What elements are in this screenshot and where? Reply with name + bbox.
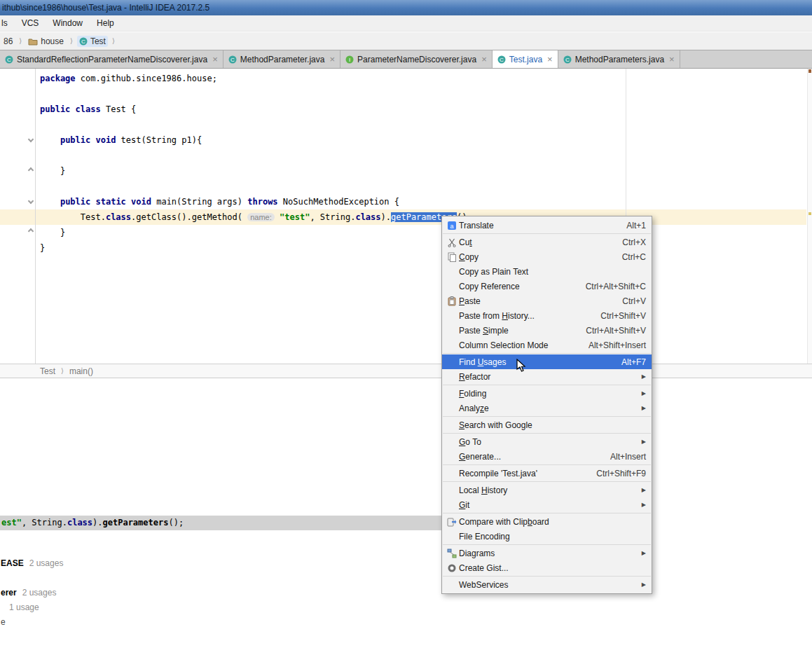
menu-item-copy-as-plain-text[interactable]: Copy as Plain Text — [442, 264, 652, 279]
menu-item-go-to[interactable]: Go To▶ — [442, 434, 652, 449]
menu-window[interactable]: Window — [46, 15, 90, 31]
usage-code-segment[interactable]: ). — [92, 518, 102, 527]
menu-item-copy-reference[interactable]: Copy ReferenceCtrl+Alt+Shift+C — [442, 279, 652, 294]
code-segment[interactable]: class — [106, 212, 131, 222]
code-line[interactable]: } — [40, 240, 472, 256]
tab-standardreflectionparameternamediscoverer-java[interactable]: CStandardReflectionParameterNameDiscover… — [0, 50, 223, 68]
menu-vcs[interactable]: VCS — [15, 15, 46, 31]
code-segment[interactable]: NoSuchMethodException { — [278, 197, 399, 207]
editor-breadcrumb-item-test[interactable]: Test — [40, 366, 55, 376]
menu-item-refactor[interactable]: Refactor▶ — [442, 369, 652, 384]
error-stripe-mark[interactable] — [808, 69, 811, 73]
code-line[interactable]: public void test(String p1){ — [40, 132, 472, 148]
title-bar[interactable]: ithub\since1986\house\Test.java - Intell… — [0, 0, 812, 15]
parameter-name-hint[interactable]: name: — [247, 213, 275, 221]
tab-methodparameter-java[interactable]: CMethodParameter.java× — [223, 50, 340, 68]
code-segment[interactable]: } — [40, 166, 65, 176]
error-stripe[interactable] — [807, 69, 812, 364]
menu-item-recompile-test-java[interactable]: Recompile 'Test.java'Ctrl+Shift+F9 — [442, 466, 652, 481]
menu-item-copy[interactable]: CopyCtrl+C — [442, 249, 652, 264]
menu-help[interactable]: Help — [90, 15, 121, 31]
menu-item-column-selection-mode[interactable]: Column Selection ModeAlt+Shift+Insert — [442, 338, 652, 352]
code-line[interactable] — [40, 148, 472, 163]
usage-tree-item[interactable]: erer2 usages — [1, 588, 56, 598]
code-segment[interactable]: throws — [247, 197, 277, 207]
menu-item-analyze[interactable]: Analyze▶ — [442, 401, 652, 415]
tab-methodparameters-java[interactable]: CMethodParameters.java× — [558, 50, 680, 68]
close-tab-icon[interactable]: × — [547, 55, 553, 64]
menu-item-file-encoding[interactable]: File Encoding — [442, 529, 652, 544]
code-segment[interactable]: } — [40, 228, 65, 237]
code-line[interactable] — [40, 179, 472, 194]
menu-item-compare-with-clipboard[interactable]: Compare with Clipboard — [442, 514, 652, 529]
code-segment[interactable] — [275, 212, 280, 222]
code-segment[interactable]: com.github.since1986.house; — [76, 74, 217, 83]
menu-item-create-gist[interactable]: Create Gist... — [442, 560, 652, 575]
usage-code-segment[interactable]: class — [67, 518, 92, 527]
tab-parameternamediscoverer-java[interactable]: IParameterNameDiscoverer.java× — [340, 50, 493, 68]
usage-code-segment[interactable]: (); — [168, 518, 184, 527]
usage-tree-item[interactable]: 1 usage — [9, 602, 39, 612]
code-segment[interactable]: } — [40, 243, 45, 253]
usage-code-segment[interactable]: getParameters — [103, 518, 169, 527]
code-segment[interactable]: Test { — [101, 104, 137, 114]
code-segment[interactable]: public class — [40, 104, 101, 114]
code-line[interactable] — [40, 117, 472, 132]
code-segment[interactable] — [40, 197, 60, 207]
editor-breadcrumb-item-main[interactable]: main() — [69, 366, 93, 376]
menu-item-cut[interactable]: CutCtrl+X — [442, 235, 652, 249]
menu-item-paste-simple[interactable]: Paste SimpleCtrl+Alt+Shift+V — [442, 323, 652, 338]
close-tab-icon[interactable]: × — [481, 55, 487, 64]
fold-expand-icon[interactable] — [28, 137, 34, 142]
fold-expand-icon[interactable] — [28, 198, 34, 204]
code-segment[interactable]: main(String args) — [151, 197, 247, 207]
menu-item-webservices[interactable]: WebServices▶ — [442, 577, 652, 592]
breadcrumb-item-test[interactable]: CTest — [77, 36, 108, 47]
code-line[interactable]: public class Test { — [40, 102, 472, 117]
code-line[interactable]: } — [40, 163, 472, 179]
menu-item-folding[interactable]: Folding▶ — [442, 386, 652, 401]
menu-item-local-history[interactable]: Local History▶ — [442, 483, 652, 497]
code-segment[interactable]: public static void — [60, 197, 151, 207]
code-editor[interactable]: package com.github.since1986.house;publi… — [0, 69, 812, 364]
menu-item-paste-from-history[interactable]: Paste from History...Ctrl+Shift+V — [442, 308, 652, 323]
fold-end-icon[interactable] — [28, 167, 34, 173]
code-area[interactable]: package com.github.since1986.house;publi… — [40, 71, 472, 256]
code-segment[interactable]: "test" — [280, 212, 310, 222]
close-tab-icon[interactable]: × — [669, 55, 675, 64]
breadcrumb-item-86[interactable]: 86 — [1, 36, 15, 47]
code-line[interactable]: public static void main(String args) thr… — [40, 194, 472, 209]
breadcrumb-item-house[interactable]: house — [26, 36, 66, 47]
code-line[interactable]: } — [40, 225, 472, 240]
menu-ls[interactable]: ls — [0, 15, 15, 31]
code-segment[interactable]: , String. — [310, 212, 355, 222]
code-segment[interactable]: test(String p1){ — [116, 135, 202, 145]
code-line[interactable]: Test.class.getClass().getMethod( name: "… — [40, 209, 472, 225]
close-tab-icon[interactable]: × — [212, 55, 218, 64]
fold-end-icon[interactable] — [28, 228, 34, 234]
code-segment[interactable]: .getClass().getMethod( — [131, 212, 247, 222]
menu-item-generate[interactable]: Generate...Alt+Insert — [442, 449, 652, 464]
code-segment[interactable]: ). — [381, 212, 391, 222]
code-segment[interactable] — [40, 135, 60, 145]
usage-tree-item[interactable]: e — [1, 617, 6, 627]
code-segment[interactable]: public void — [60, 135, 116, 145]
menu-item-search-with-google[interactable]: Search with Google — [442, 418, 652, 432]
menu-item-paste[interactable]: PasteCtrl+V — [442, 294, 652, 308]
menu-item-translate[interactable]: aTranslateAlt+1 — [442, 218, 652, 233]
code-segment[interactable]: package — [40, 74, 76, 83]
menu-item-diagrams[interactable]: Diagrams▶ — [442, 546, 652, 560]
usage-preview-row[interactable]: est", String.class).getParameters(); — [0, 516, 442, 530]
code-line[interactable] — [40, 86, 472, 102]
current-line-stripe-mark[interactable] — [808, 212, 811, 215]
code-segment[interactable]: Test. — [40, 212, 106, 222]
usage-code-segment[interactable]: , String. — [22, 518, 67, 527]
code-line[interactable]: package com.github.since1986.house; — [40, 71, 472, 86]
usage-code-segment[interactable]: est" — [1, 518, 22, 527]
code-segment[interactable]: class — [355, 212, 380, 222]
menu-item-find-usages[interactable]: Find UsagesAlt+F7 — [442, 354, 652, 369]
tab-test-java[interactable]: CTest.java× — [493, 50, 558, 68]
menu-item-git[interactable]: Git▶ — [442, 497, 652, 512]
close-tab-icon[interactable]: × — [329, 55, 335, 64]
usage-tree-item[interactable]: EASE2 usages — [1, 558, 63, 568]
